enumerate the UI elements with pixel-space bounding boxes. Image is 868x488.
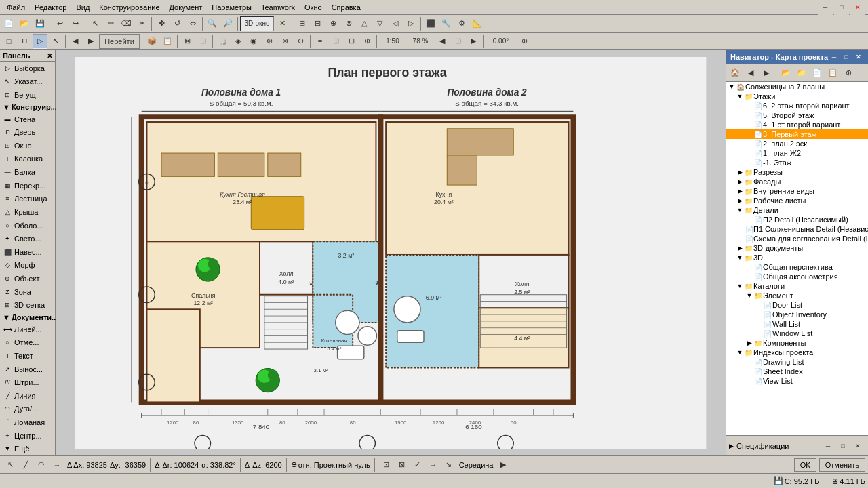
panel-item-kolon[interactable]: I Колонка <box>0 152 55 166</box>
tree-d1[interactable]: 📄 П2 Detail (Независимый) <box>726 215 868 224</box>
panel-item-loman[interactable]: ⌒ Ломаная <box>0 415 55 429</box>
tb-x[interactable]: ✕ <box>275 16 290 31</box>
snap-c5[interactable]: ↘ <box>441 458 456 472</box>
tree-walllist[interactable]: 📄 Wall List <box>726 319 868 329</box>
tb-redo[interactable]: ↪ <box>68 16 83 31</box>
snap-c1[interactable]: ⊡ <box>379 458 394 472</box>
menu-item-teamwork[interactable]: Teamwork <box>257 2 299 13</box>
nav-back[interactable]: ◀ <box>743 65 758 80</box>
tree-razrezy[interactable]: ▶ 📁 Разрезы <box>726 167 868 177</box>
canvas-area[interactable]: План первого этажа Половина дома 1 S общ… <box>56 50 726 455</box>
nav-f2[interactable]: 📁 <box>794 65 809 80</box>
tree-d3[interactable]: 📄 Схема для согласования Detail (Не... <box>726 234 868 243</box>
tb-d8[interactable]: ⊟ <box>344 34 359 49</box>
panel-close-btn[interactable]: ✕ <box>47 52 52 60</box>
panel-item-esc[interactable]: ▼ Ещё <box>0 442 55 455</box>
tb-angle[interactable]: 0.00° <box>486 34 516 49</box>
tb-a4[interactable]: ⊗ <box>341 16 356 31</box>
tb-d9[interactable]: ⊕ <box>359 34 374 49</box>
tb-a5[interactable]: △ <box>357 16 372 31</box>
nav-f4[interactable]: 📋 <box>825 65 840 80</box>
snap-c2[interactable]: ⊠ <box>395 458 410 472</box>
tb-b2[interactable]: 🔧 <box>439 16 454 31</box>
cmd-line-btn[interactable]: ╱ <box>18 458 33 472</box>
cmd-arc-btn[interactable]: ◠ <box>34 458 49 472</box>
tb-d1[interactable]: ◈ <box>231 34 245 49</box>
tb-mirror[interactable]: ⇔ <box>185 16 200 31</box>
specs-maximize-btn[interactable]: □ <box>835 439 850 453</box>
panel-item-perekr[interactable]: ▦ Перекр... <box>0 179 55 192</box>
tb-a3[interactable]: ⊕ <box>326 16 340 31</box>
tree-root[interactable]: ▼ 🏠 Солженицына 7 планы <box>726 82 868 92</box>
nav-minimize-btn[interactable]: ─ <box>829 52 840 62</box>
panel-item-duga[interactable]: ◠ Дуга/... <box>0 403 55 416</box>
win-maximize[interactable]: □ <box>834 0 849 15</box>
tree-obshp[interactable]: 📄 Общая перспектива <box>726 262 868 272</box>
specs-close-btn[interactable]: ✕ <box>850 439 865 453</box>
tree-sheetidx[interactable]: 📄 Sheet Index <box>726 367 868 376</box>
tb-a6[interactable]: ▽ <box>372 16 387 31</box>
tb-layer[interactable]: ⬚ <box>215 34 230 49</box>
tb-b4[interactable]: 📐 <box>470 16 485 31</box>
panel-item-vybor[interactable]: ▷ Выборка <box>0 62 55 75</box>
nav-f3[interactable]: 📄 <box>810 65 825 80</box>
tb-d4[interactable]: ⊜ <box>277 34 292 49</box>
menu-item-construct[interactable]: Конструирование <box>95 2 163 13</box>
tb-save[interactable]: 💾 <box>33 16 47 31</box>
menu-item-document[interactable]: Документ <box>165 2 207 13</box>
tb-plan[interactable]: 📋 <box>160 34 175 49</box>
panel-item-centr[interactable]: + Центр... <box>0 429 55 443</box>
tb-move[interactable]: ✥ <box>154 16 169 31</box>
menu-item-file[interactable]: Файл <box>3 2 29 13</box>
tb-c1[interactable]: □ <box>1 34 16 49</box>
tb-3d[interactable]: 3D-окно <box>240 16 274 31</box>
tree-3ddok[interactable]: ▶ 📁 3D-документы <box>726 243 868 253</box>
nav-f1[interactable]: 📂 <box>778 65 793 80</box>
tb-c2[interactable]: ⊓ <box>17 34 32 49</box>
panel-item-vynos[interactable]: ↗ Вынос... <box>0 363 55 376</box>
tb-open[interactable]: 📂 <box>17 16 32 31</box>
tb-d6[interactable]: ≡ <box>313 34 328 49</box>
panel-item-shtri[interactable]: /// Штри... <box>0 375 55 389</box>
panel-item-liney[interactable]: ⟷ Линей... <box>0 323 55 336</box>
tree-komp[interactable]: ▶ 📁 Компоненты <box>726 338 868 348</box>
tb-section[interactable]: ⊠ <box>180 34 195 49</box>
tree-e6[interactable]: 📄 6. 2 этаж второй вариант <box>726 101 868 110</box>
snap-c4[interactable]: → <box>426 458 441 472</box>
panel-item-ukaz[interactable]: ↖ Указат... <box>0 75 55 89</box>
menu-item-window[interactable]: Окно <box>300 2 326 13</box>
tb-d3[interactable]: ⊛ <box>262 34 277 49</box>
tree-fasady[interactable]: ▶ 📁 Фасады <box>726 177 868 186</box>
win-close[interactable]: ✕ <box>850 0 865 15</box>
tree-e1[interactable]: 📄 1. план Ж2 <box>726 148 868 158</box>
panel-item-dver[interactable]: ⊓ Дверь <box>0 125 55 139</box>
tb-b3[interactable]: ⚙ <box>454 16 469 31</box>
tb-3dview[interactable]: 📦 <box>144 34 159 49</box>
panel-item-lestnica[interactable]: ≡ Лестница <box>0 192 55 205</box>
tree-objinv[interactable]: 📄 Object Inventory <box>726 310 868 319</box>
tb-zoom-plus[interactable]: ▶ <box>466 34 481 49</box>
tree-e2[interactable]: 📄 2. план 2 эск <box>726 139 868 148</box>
panel-item-zona[interactable]: Z Зона <box>0 285 55 299</box>
tree-winlist[interactable]: 📄 Window List <box>726 329 868 338</box>
panel-item-sveto[interactable]: ✦ Свето... <box>0 232 55 245</box>
ok-button[interactable]: ОК <box>794 458 816 472</box>
specs-arrow[interactable]: ▶ <box>729 443 734 449</box>
tree-3d[interactable]: ▼ 📁 3D <box>726 253 868 262</box>
panel-item-otme[interactable]: ○ Отме... <box>0 336 55 350</box>
tree-detali[interactable]: ▼ 📁 Детали <box>726 205 868 215</box>
tree-e3[interactable]: 📄 3. Первый этаж <box>726 129 868 139</box>
panel-item-obolo[interactable]: ○ Оболо... <box>0 219 55 232</box>
nav-maximize-btn[interactable]: □ <box>841 52 852 62</box>
tree-raboch[interactable]: ▶ 📁 Рабочие листы <box>726 196 868 205</box>
menu-item-params[interactable]: Параметры <box>208 2 256 13</box>
nav-home[interactable]: 🏠 <box>728 65 743 80</box>
tb-d5[interactable]: ⊝ <box>293 34 308 49</box>
midpoint-ctrl[interactable]: ▶ <box>496 458 511 472</box>
panel-item-stena[interactable]: ▬ Стена <box>0 113 55 126</box>
panel-item-morf[interactable]: ◇ Морф <box>0 259 55 272</box>
tb-c4[interactable]: ↖ <box>48 34 63 49</box>
tb-d7[interactable]: ⊞ <box>328 34 343 49</box>
tree-element[interactable]: ▼ 📁 Элемент <box>726 291 868 300</box>
tb-snap[interactable]: ⊕ <box>517 34 532 49</box>
